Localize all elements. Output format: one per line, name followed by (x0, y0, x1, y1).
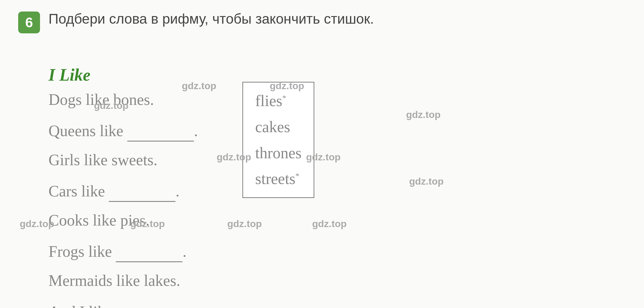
line-4-period: . (175, 182, 179, 200)
line-4-text: Cars like (48, 182, 109, 200)
watermark-2: gdz.top (182, 80, 216, 92)
line-7-text: Mermaids like lakes. (48, 272, 180, 289)
task-number-badge: 6 (18, 12, 40, 33)
poem-line-5: Cooks like pies. (48, 209, 198, 232)
watermark-11: gdz.top (312, 218, 347, 229)
line-6-blank (116, 238, 182, 262)
poem-line-8: And I like . (48, 298, 198, 308)
line-3-text: Girls like sweets. (48, 151, 158, 169)
poem-line-2: Queens like . (48, 117, 198, 143)
poem-line-4: Cars like . (48, 177, 198, 203)
word-box-item-1: flies* (255, 88, 302, 114)
watermark-1: gdz.top (94, 100, 128, 111)
poem-line-6: Frogs like . (48, 238, 198, 263)
watermark-10: gdz.top (227, 218, 262, 229)
line-2-blank (127, 117, 194, 142)
poem-line-3: Girls like sweets. (48, 148, 198, 172)
watermark-3: gdz.top (270, 80, 304, 92)
line-4-blank (109, 177, 175, 202)
poem-title: I Like (48, 65, 90, 85)
watermark-7: gdz.top (409, 176, 444, 187)
instruction-text: Подбери слова в рифму, чтобы закончить с… (48, 9, 614, 28)
watermark-6: gdz.top (306, 152, 341, 163)
word-box-item-2: cakes (255, 114, 302, 140)
line-8-text: And I like (48, 303, 116, 308)
poem-line-7: Mermaids like lakes. (48, 269, 198, 293)
line-2-period: . (194, 122, 198, 139)
watermark-9: gdz.top (130, 218, 165, 229)
line-8-period: . (183, 303, 187, 308)
watermark-8: gdz.top (20, 218, 54, 229)
watermark-4: gdz.top (406, 109, 441, 120)
line-6-period: . (182, 243, 186, 260)
word-box-item-3: thrones (255, 140, 302, 166)
poem-content: Dogs like bones. Queens like . Girls lik… (48, 88, 198, 308)
watermark-5: gdz.top (217, 152, 251, 163)
line-8-blank (116, 298, 183, 308)
line-2-text: Queens like (48, 122, 127, 139)
word-box-item-4: streets* (255, 166, 302, 192)
word-box: flies* cakes thrones streets* (242, 82, 314, 198)
line-6-text: Frogs like (48, 243, 116, 260)
